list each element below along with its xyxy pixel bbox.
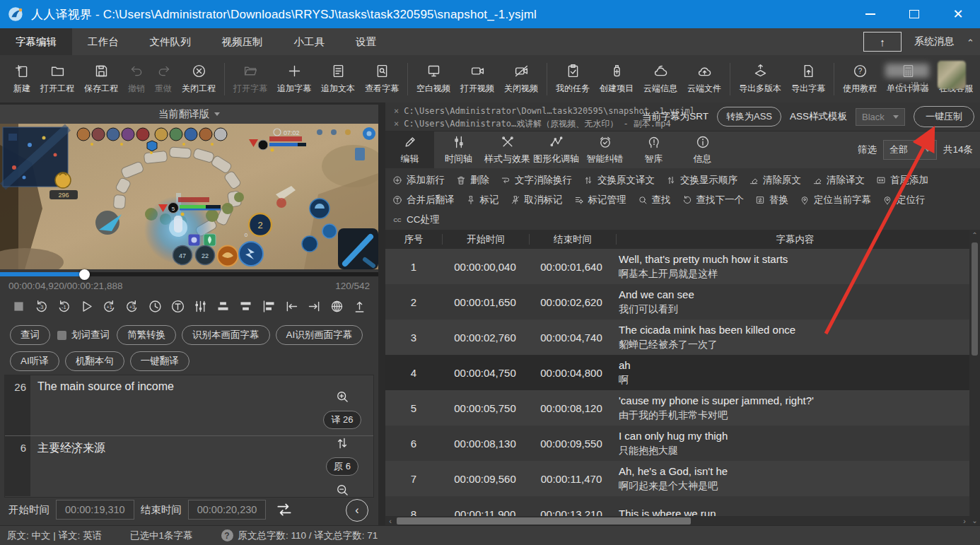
stop-button[interactable] — [10, 298, 27, 315]
filter-select[interactable]: 全部 — [883, 140, 937, 160]
swap-times-icon[interactable] — [275, 500, 293, 519]
scroll-right-arrow[interactable]: › — [959, 516, 969, 526]
open-project-button[interactable]: 打开工程 — [35, 55, 79, 102]
undo-button[interactable]: 撤销 — [123, 55, 150, 102]
row-start-time[interactable]: 00:00:04,750 — [442, 367, 528, 379]
row-content[interactable]: The cicada mink has been killed once貂蝉已经… — [614, 324, 969, 351]
view-subtitle-button[interactable]: 查看字幕 — [360, 55, 404, 102]
mark-manager-button[interactable]: 标记管理 — [574, 194, 626, 206]
clear-source-button[interactable]: 清除原文 — [749, 174, 801, 187]
system-message-label[interactable]: 系统消息 — [914, 35, 954, 48]
locate-playhead-button[interactable] — [329, 298, 346, 315]
row-end-time[interactable]: 00:00:11,470 — [528, 473, 614, 485]
menu-file-queue[interactable]: 文件队列 — [134, 28, 206, 55]
collapse-panel-button[interactable]: ‹ — [346, 499, 368, 522]
lookup-button[interactable]: 查词 — [10, 325, 50, 345]
add-line-button[interactable]: 添加新行 — [392, 174, 445, 187]
swap-source-target-button[interactable]: 交换原文译文 — [583, 174, 655, 187]
add-prefix-suffix-button[interactable]: 首尾添加 — [876, 174, 928, 187]
ai-ocr-button[interactable]: AI识别画面字幕 — [276, 325, 363, 345]
upload-button[interactable]: ↑ — [863, 32, 902, 52]
clear-target-button[interactable]: 清除译文 — [812, 174, 865, 187]
merge-translate-button[interactable]: 合并后翻译 — [392, 194, 455, 206]
row-content[interactable]: ah啊 — [614, 359, 969, 386]
video-file-path[interactable]: ×C:\Users\Administrato…戏讲解（原视频、无水印） - 副本… — [394, 118, 671, 130]
locate-current-subtitle-button[interactable]: 定位当前字幕 — [800, 194, 871, 206]
new-button[interactable]: 新建 — [8, 55, 35, 102]
machine-translate-sentence-button[interactable]: 机翻本句 — [65, 351, 124, 371]
row-start-time[interactable]: 00:00:05,750 — [442, 402, 528, 414]
tab-timeline[interactable]: 时间轴 — [434, 131, 483, 168]
row-content[interactable]: And we can see我们可以看到 — [614, 288, 969, 315]
tutorial-button[interactable]: 使用教程 — [838, 55, 882, 102]
row-end-time[interactable]: 00:00:08,120 — [528, 402, 614, 414]
close-file-icon[interactable]: × — [394, 119, 399, 129]
blank-video-button[interactable]: 空白视频 — [412, 55, 455, 102]
row-content[interactable]: I can only hug my thigh只能抱抱大腿 — [614, 430, 969, 457]
append-subtitle-button[interactable]: 追加字幕 — [272, 55, 316, 102]
start-time-input[interactable]: 00:00:19,310 — [56, 500, 134, 520]
remove-linebreak-button[interactable]: 文字消除换行 — [501, 174, 572, 187]
close-project-button[interactable]: 关闭工程 — [177, 55, 221, 102]
close-button[interactable]: ✕ — [936, 0, 980, 28]
row-content[interactable]: 'cause my phone is super jammed, right?'… — [614, 394, 969, 421]
save-project-button[interactable]: 保存工程 — [79, 55, 123, 102]
cloud-info-button[interactable]: 云端信息 — [638, 55, 682, 102]
unmark-button[interactable]: 取消标记 — [511, 194, 563, 206]
set-end-time-button[interactable] — [305, 298, 322, 315]
subtitle-row-7[interactable]: 700:00:09,56000:00:11,470Ah, he's a God,… — [385, 461, 969, 496]
highlight-lookup-checkbox[interactable] — [57, 331, 66, 340]
find-button[interactable]: 查找 — [638, 194, 671, 206]
tab-info[interactable]: 信息 — [678, 131, 727, 168]
subtitle-row-8[interactable]: 800:00:11,90000:00:13,210This is where w… — [385, 496, 969, 516]
minimize-button[interactable] — [848, 0, 892, 28]
horizontal-scroll-thumb[interactable] — [397, 517, 691, 525]
cloud-files-button[interactable]: 云端文件 — [682, 55, 726, 102]
delete-button[interactable]: 删除 — [456, 174, 489, 187]
seek-forward-3-button[interactable]: +3 — [124, 298, 141, 315]
mark-button[interactable]: 标记 — [466, 194, 499, 206]
tab-style-effects[interactable]: 样式与效果 — [483, 131, 532, 168]
maximize-button[interactable] — [892, 0, 936, 28]
redo-button[interactable]: 重做 — [150, 55, 177, 102]
set-start-time-button[interactable] — [283, 298, 300, 315]
menu-settings[interactable]: 设置 — [340, 28, 392, 55]
progress-handle[interactable] — [79, 269, 90, 280]
subtitle-row-4[interactable]: 400:00:04,75000:00:04,800ah啊 — [385, 355, 969, 390]
menu-workbench[interactable]: 工作台 — [72, 28, 134, 55]
row-start-time[interactable]: 00:00:01,650 — [442, 296, 528, 308]
row-content[interactable]: This is where we run — [614, 508, 969, 516]
ass-template-select[interactable]: Black — [856, 108, 905, 126]
row-end-time[interactable]: 00:00:09,550 — [528, 438, 614, 450]
avatar[interactable] — [938, 61, 966, 89]
open-subtitle-button[interactable]: 打开字幕 — [228, 55, 272, 102]
tab-edit[interactable]: 编辑 — [385, 131, 434, 168]
one-click-render-button[interactable]: 一键压制 — [914, 106, 974, 127]
tab-knowledge[interactable]: 智库 — [629, 131, 678, 168]
simplified-traditional-button[interactable]: 简繁转换 — [117, 325, 176, 345]
subtitle-row-3[interactable]: 300:00:02,76000:00:04,740The cicada mink… — [385, 320, 969, 355]
locate-line-button[interactable]: 定位行 — [882, 194, 926, 206]
subtitle-row-2[interactable]: 200:00:01,65000:00:02,620And we can see我… — [385, 284, 969, 320]
row-end-time[interactable]: 00:00:04,740 — [528, 332, 614, 344]
append-text-button[interactable]: 追加文本 — [316, 55, 360, 102]
swap-display-order-button[interactable]: 交换显示顺序 — [666, 174, 737, 187]
menu-tools[interactable]: 小工具 — [279, 28, 341, 55]
ocr-frame-button[interactable]: 识别本画面字幕 — [182, 325, 270, 345]
tab-smart-correct[interactable]: 智能纠错 — [581, 131, 629, 168]
timestamp-button[interactable] — [169, 298, 186, 315]
menu-subtitle-edit[interactable]: 字幕编辑 — [0, 28, 72, 55]
row-start-time[interactable]: 00:00:09,560 — [442, 473, 528, 485]
video-frame[interactable]: 5 — [0, 124, 378, 269]
row-end-time[interactable]: 00:00:01,640 — [528, 261, 614, 273]
play-button[interactable] — [78, 298, 95, 315]
row-content[interactable]: Ah, he's a God, isn't he啊叼起来是个大神是吧 — [614, 465, 969, 492]
clock-button[interactable] — [146, 298, 163, 315]
replace-button[interactable]: 替换 — [755, 194, 788, 206]
seek-forward-1-button[interactable]: +1 — [101, 298, 118, 315]
row-start-time[interactable]: 00:00:00,040 — [442, 261, 528, 273]
jump-to-start-button[interactable] — [351, 298, 368, 315]
translation-badge[interactable]: 译 26 — [323, 411, 361, 429]
subtitle-row-6[interactable]: 600:00:08,13000:00:09,550I can only hug … — [385, 426, 969, 461]
source-badge[interactable]: 原 6 — [326, 457, 358, 476]
